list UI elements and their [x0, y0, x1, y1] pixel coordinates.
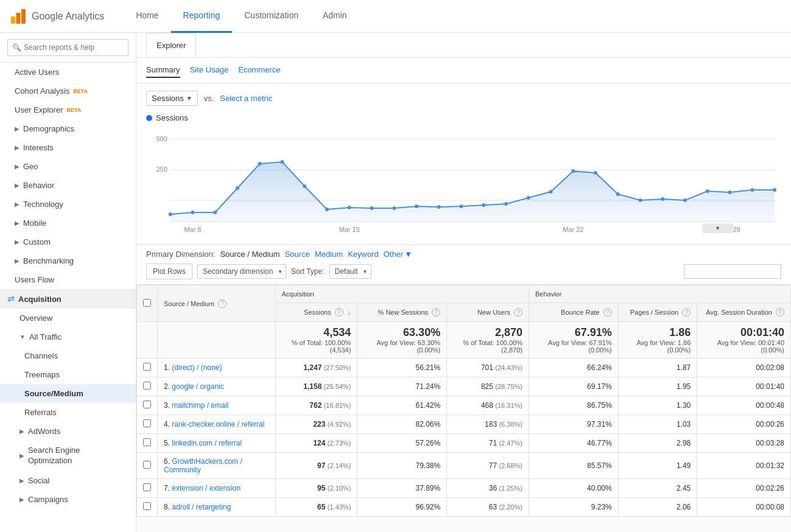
sessions-question-icon[interactable]: ?	[335, 308, 343, 317]
nav-home[interactable]: Home	[124, 0, 171, 33]
tab-site-usage[interactable]: Site Usage	[190, 63, 229, 78]
sidebar: 🔍 Active Users Cohort AnalysisBETA User …	[0, 33, 136, 532]
legend-dot	[146, 115, 152, 121]
sidebar-item-custom[interactable]: ▶Custom	[0, 233, 136, 251]
app-title: Google Analytics	[32, 11, 104, 22]
svg-rect-0	[11, 16, 15, 24]
row-5-checkbox[interactable]	[143, 438, 151, 446]
select-all-checkbox[interactable]	[143, 299, 151, 307]
row-1-checkbox[interactable]	[143, 363, 151, 371]
sidebar-item-adwords[interactable]: ▶AdWords	[0, 422, 136, 441]
other-dropdown-link[interactable]: Other▼	[384, 250, 412, 259]
sidebar-item-active-users[interactable]: Active Users	[0, 63, 136, 82]
arrow-icon: ▶	[15, 144, 19, 151]
sidebar-item-overview[interactable]: Overview	[0, 309, 136, 327]
sidebar-item-technology[interactable]: ▶Technology	[0, 195, 136, 214]
pct-sessions-question-icon[interactable]: ?	[432, 308, 440, 317]
svg-point-20	[392, 206, 396, 210]
secondary-dimension-select[interactable]: Secondary dimension	[197, 264, 286, 279]
row-4-link[interactable]: rank-checker.online / referral	[172, 420, 264, 429]
sort-type-select[interactable]: Default	[329, 264, 371, 279]
svg-point-19	[370, 206, 374, 210]
medium-link[interactable]: Medium	[315, 250, 343, 259]
svg-point-29	[594, 171, 597, 175]
sidebar-item-channels[interactable]: Channels	[0, 346, 136, 365]
plot-rows-button[interactable]: Plot Rows	[146, 264, 192, 279]
totals-row: 4,534 % of Total: 100.00% (4,534) 63.30%…	[137, 322, 791, 359]
svg-point-36	[750, 188, 754, 192]
svg-point-12	[213, 211, 217, 214]
sidebar-item-cohort-analysis[interactable]: Cohort AnalysisBETA	[0, 82, 136, 100]
svg-text:500: 500	[156, 135, 167, 142]
explorer-tab[interactable]: Explorer	[146, 33, 196, 57]
row-6-link[interactable]: GrowthHackers.com / Community	[164, 457, 242, 474]
dimension-row: Primary Dimension: Source / Medium Sourc…	[146, 250, 781, 259]
arrow-icon: ▶	[19, 452, 24, 460]
row-2-checkbox[interactable]	[143, 382, 151, 390]
source-medium-header: Source / Medium ?	[158, 285, 276, 322]
svg-rect-2	[21, 9, 26, 24]
svg-point-25	[504, 202, 508, 206]
filter-row: Plot Rows Secondary dimension Sort Type:…	[146, 264, 781, 279]
arrow-icon: ▶	[15, 182, 19, 189]
sidebar-item-interests[interactable]: ▶Interests	[0, 138, 136, 157]
row-1-link[interactable]: (direct) / (none)	[172, 363, 222, 372]
table-row: 7. extension / extension 95 (2.10%) 37.8…	[137, 479, 791, 498]
row-4-checkbox[interactable]	[143, 419, 151, 427]
nav-admin[interactable]: Admin	[311, 0, 359, 33]
row-3-link[interactable]: mailchimp / email	[172, 401, 228, 410]
chart-legend: Sessions	[146, 113, 781, 122]
table-search-input[interactable]	[684, 264, 781, 279]
search-input[interactable]	[7, 39, 128, 56]
pages-question-icon[interactable]: ?	[682, 308, 691, 317]
nav-reporting[interactable]: Reporting	[171, 0, 233, 33]
pct-new-sessions-col-header: % New Sessions ?	[357, 303, 447, 322]
sidebar-item-seo[interactable]: ▶Search Engine Optimization	[0, 441, 136, 471]
arrow-icon: ▶	[15, 201, 19, 208]
metric-selector: Sessions ▼ vs. Select a metric	[146, 91, 781, 106]
sidebar-item-acquisition[interactable]: ⇄ Acquisition	[0, 289, 136, 309]
sidebar-item-treemaps[interactable]: Treemaps	[0, 365, 136, 384]
sidebar-item-campaigns[interactable]: ▶Campaigns	[0, 490, 136, 509]
row-7-link[interactable]: extension / extension	[172, 484, 241, 492]
svg-point-33	[683, 198, 687, 202]
sidebar-item-mobile[interactable]: ▶Mobile	[0, 214, 136, 233]
sidebar-item-behavior[interactable]: ▶Behavior	[0, 176, 136, 195]
row-7-checkbox[interactable]	[143, 483, 151, 491]
sessions-col-header: Sessions ? ↓	[275, 303, 357, 322]
row-8-checkbox[interactable]	[143, 502, 151, 510]
sidebar-item-geo[interactable]: ▶Geo	[0, 157, 136, 176]
sidebar-item-users-flow[interactable]: Users Flow	[0, 270, 136, 289]
select-all-header	[137, 285, 158, 322]
avg-session-duration-col-header: Avg. Session Duration ?	[697, 303, 791, 322]
select-metric-link[interactable]: Select a metric	[220, 94, 272, 103]
sidebar-item-referrals[interactable]: Referrals	[0, 403, 136, 422]
row-3-checkbox[interactable]	[143, 401, 151, 408]
sidebar-item-all-traffic[interactable]: ▼All Traffic	[0, 327, 136, 346]
bounce-rate-col-header: Bounce Rate ?	[529, 303, 618, 322]
sidebar-item-benchmarking[interactable]: ▶Benchmarking	[0, 251, 136, 270]
bounce-question-icon[interactable]: ?	[603, 308, 612, 317]
row-5-link[interactable]: linkedin.com / referral	[172, 439, 242, 447]
search-icon: 🔍	[12, 43, 21, 52]
table-row: 4. rank-checker.online / referral 223 (4…	[137, 415, 791, 434]
tab-summary[interactable]: Summary	[146, 63, 180, 78]
svg-point-22	[437, 205, 441, 209]
avg-session-question-icon[interactable]: ?	[776, 308, 784, 317]
row-6-checkbox[interactable]	[143, 461, 151, 469]
tab-ecommerce[interactable]: Ecommerce	[238, 63, 280, 78]
metric-dropdown[interactable]: Sessions ▼	[146, 91, 198, 106]
row-8-link[interactable]: adroll / retargeting	[172, 503, 231, 511]
nav-customization[interactable]: Customization	[232, 0, 311, 33]
source-link[interactable]: Source	[285, 250, 310, 259]
new-users-question-icon[interactable]: ?	[514, 308, 522, 317]
acquisition-icon: ⇄	[7, 294, 15, 304]
keyword-link[interactable]: Keyword	[348, 250, 379, 259]
sidebar-item-demographics[interactable]: ▶Demographics	[0, 119, 136, 138]
sidebar-item-social[interactable]: ▶Social	[0, 471, 136, 490]
row-2-link[interactable]: google / organic	[172, 382, 223, 391]
sidebar-item-user-explorer[interactable]: User ExplorerBETA	[0, 100, 136, 119]
question-icon[interactable]: ?	[218, 299, 227, 308]
svg-text:Mar 15: Mar 15	[339, 226, 360, 233]
sidebar-item-source-medium[interactable]: Source/Medium	[0, 384, 136, 403]
